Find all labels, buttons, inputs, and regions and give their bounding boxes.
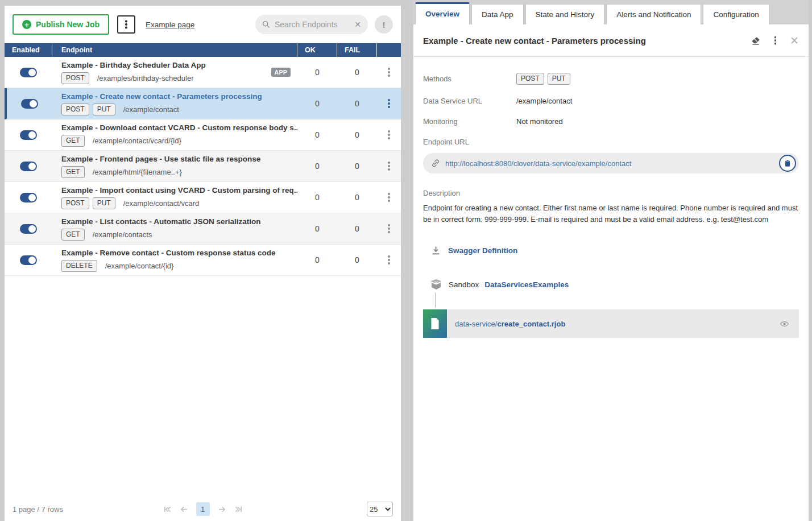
sandbox-name-link[interactable]: DataServicesExamples xyxy=(484,280,569,289)
kebab-icon xyxy=(388,134,390,136)
row-menu-button[interactable] xyxy=(377,102,401,105)
close-detail-button[interactable]: ✕ xyxy=(790,35,799,46)
endpoint-subline: GET/example/contact/vcard/{id} xyxy=(61,135,297,147)
tab-alerts-and-notification[interactable]: Alerts and Notification xyxy=(606,4,701,24)
enabled-toggle[interactable] xyxy=(20,162,37,171)
fail-count: 0 xyxy=(337,224,377,233)
last-page-button[interactable] xyxy=(234,505,243,514)
search-icon xyxy=(262,20,270,28)
page-size-select[interactable]: 25 xyxy=(367,502,393,516)
row-menu-button[interactable] xyxy=(377,259,401,261)
publish-new-job-button[interactable]: + Publish New Job xyxy=(13,14,109,35)
method-chip: DELETE xyxy=(61,260,97,272)
ok-count: 0 xyxy=(297,99,337,108)
description-text: Endpoint for creating a new contact. Eit… xyxy=(423,202,799,225)
current-page-button[interactable]: 1 xyxy=(196,502,210,516)
link-icon xyxy=(431,159,440,168)
swagger-definition-link[interactable]: Swagger Definition xyxy=(448,246,517,255)
row-menu-button[interactable] xyxy=(377,71,401,73)
monitoring-label: Monitoring xyxy=(423,117,516,126)
detail-title: Example - Create new contact - Parameter… xyxy=(423,36,646,46)
warning-button[interactable]: ! xyxy=(375,15,393,34)
tab-state-and-history[interactable]: State and History xyxy=(525,4,605,24)
endpoint-title: Example - Import contact using VCARD - C… xyxy=(61,186,297,195)
endpoint-row[interactable]: Example - Import contact using VCARD - C… xyxy=(5,182,401,213)
endpoint-row[interactable]: Example - Create new contact - Parameter… xyxy=(5,88,401,119)
copy-url-button[interactable] xyxy=(779,155,796,172)
endpoint-title: Example - Download contact VCARD - Custo… xyxy=(61,123,297,132)
clear-search-icon[interactable]: ✕ xyxy=(354,20,361,28)
enabled-toggle[interactable] xyxy=(20,193,37,202)
row-menu-button[interactable] xyxy=(377,196,401,199)
ok-count: 0 xyxy=(297,224,337,233)
endpoint-url-bar: http://localhost:8080/clover/data-servic… xyxy=(423,153,799,173)
endpoint-row[interactable]: Example - Remove contact - Custom respon… xyxy=(5,245,401,276)
enabled-toggle[interactable] xyxy=(20,68,37,77)
row-menu-button[interactable] xyxy=(377,228,401,230)
endpoint-url-link[interactable]: http://localhost:8080/clover/data-servic… xyxy=(445,159,631,168)
endpoint-title: Example - Remove contact - Custom respon… xyxy=(61,249,297,257)
endpoint-subline: GET/example/contacts xyxy=(61,229,297,241)
clipboard-icon xyxy=(784,159,792,167)
search-box: ✕ xyxy=(255,15,368,34)
endpoint-subline: DELETE/example/contact/{id} xyxy=(61,260,297,272)
header-ok: OK xyxy=(297,43,337,57)
tab-data-app[interactable]: Data App xyxy=(471,4,524,24)
row-menu-button[interactable] xyxy=(377,165,401,167)
description-label: Description xyxy=(423,189,799,197)
previous-page-button[interactable] xyxy=(180,505,188,514)
tab-configuration[interactable]: Configuration xyxy=(703,4,769,24)
file-icon xyxy=(430,317,440,330)
endpoint-row[interactable]: Example - List contacts - Automatic JSON… xyxy=(5,213,401,245)
first-page-button[interactable] xyxy=(163,505,172,514)
last-page-icon xyxy=(234,505,243,514)
endpoint-title: Example - List contacts - Automatic JSON… xyxy=(61,217,297,226)
ok-count: 0 xyxy=(297,130,337,139)
monitoring-value: Not monitored xyxy=(516,117,563,126)
view-job-button[interactable] xyxy=(780,319,789,329)
row-menu-button[interactable] xyxy=(377,134,401,136)
enabled-toggle[interactable] xyxy=(20,130,37,140)
methods-label: Methods xyxy=(423,75,516,83)
fail-count: 0 xyxy=(337,99,377,108)
tab-overview[interactable]: Overview xyxy=(415,2,470,24)
endpoint-row[interactable]: Example - Frontend pages - Use static fi… xyxy=(5,151,401,182)
job-file-path: data-service/create_contact.rjob xyxy=(455,320,565,328)
job-file-row[interactable]: data-service/create_contact.rjob xyxy=(423,309,799,338)
method-chip: GET xyxy=(61,135,85,147)
endpoint-path: /example/contacts xyxy=(93,230,152,239)
header-actions xyxy=(377,43,401,57)
endpoint-row[interactable]: Example - Birthday Scheduler Data AppPOS… xyxy=(5,57,401,88)
sandbox-icon xyxy=(429,279,443,290)
enabled-toggle[interactable] xyxy=(20,255,37,265)
endpoint-path: /example/html/{filename:.+} xyxy=(93,168,182,176)
detail-menu-button[interactable] xyxy=(774,39,777,42)
kebab-icon xyxy=(388,228,390,230)
endpoint-title: Example - Birthday Scheduler Data App xyxy=(61,61,297,69)
plus-icon: + xyxy=(22,20,31,29)
pagination-bar: 1 page / 7 rows 1 25 xyxy=(5,497,401,521)
endpoint-subline: POST/examples/birthday-scheduler xyxy=(61,72,297,84)
job-file-icon-block xyxy=(423,309,447,338)
enabled-toggle[interactable] xyxy=(20,224,37,234)
ok-count: 0 xyxy=(297,255,337,264)
sandbox-label: Sandbox xyxy=(449,280,479,289)
enabled-toggle[interactable] xyxy=(21,99,38,109)
toolbar-menu-button[interactable] xyxy=(117,15,135,34)
kebab-icon xyxy=(388,196,390,199)
reset-statistics-button[interactable] xyxy=(751,35,761,46)
endpoints-panel: + Publish New Job Example page ✕ ! Enabl… xyxy=(5,6,401,521)
fail-count: 0 xyxy=(337,68,377,77)
fail-count: 0 xyxy=(337,162,377,171)
publish-new-job-label: Publish New Job xyxy=(36,20,100,29)
endpoint-row[interactable]: Example - Download contact VCARD - Custo… xyxy=(5,119,401,151)
endpoint-url-label: Endpoint URL xyxy=(423,138,799,146)
next-page-button[interactable] xyxy=(218,505,226,514)
search-input[interactable] xyxy=(275,20,350,29)
endpoint-path: /example/contact/{id} xyxy=(105,262,174,270)
method-chip: POST xyxy=(516,73,544,85)
endpoint-path: /example/contact/vcard/{id} xyxy=(93,137,181,145)
detail-header: Example - Create new contact - Parameter… xyxy=(413,24,809,57)
example-page-link[interactable]: Example page xyxy=(146,20,194,29)
detail-panel: OverviewData AppState and HistoryAlerts … xyxy=(413,0,809,521)
